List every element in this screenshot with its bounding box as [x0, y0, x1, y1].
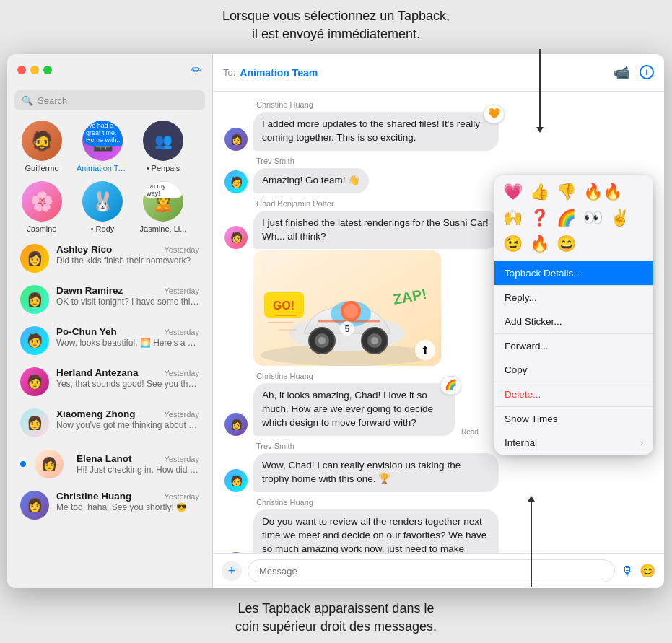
avatar-xiaomeng: 👩: [20, 408, 49, 437]
close-button[interactable]: [17, 66, 26, 74]
avatar-herland: 🧑: [20, 367, 49, 396]
conv-content-dawn: Dawn Ramirez Yesterday OK to visit tonig…: [56, 285, 199, 307]
conv-content-christine: Christine Huang Yesterday Me too, haha. …: [56, 491, 199, 512]
tapback-eyes[interactable]: 👀: [582, 207, 604, 229]
context-menu: 💗 👍 👎 🔥🔥 🙌 ❓ 🌈 👀 ✌️ 😉 🔥 😄 Tapback Detail…: [494, 175, 653, 455]
msg-row-5: 🧑 Wow, Chad! I can really envision us ta…: [224, 453, 653, 492]
conv-content-ashley: Ashley Rico Yesterday Did the kids finis…: [56, 244, 199, 266]
svg-point-5: [344, 304, 358, 318]
chat-recipient[interactable]: Animation Team: [240, 67, 318, 79]
search-bar[interactable]: 🔍 Search: [14, 90, 205, 110]
sidebar: ✏ 🔍 Search 🧔 Guillermo 🎬 We had a great …: [7, 54, 213, 588]
msg-row-6: 👩 Do you want to review all the renders …: [224, 509, 653, 553]
menu-item-tapback-details[interactable]: Tapback Details...: [494, 261, 653, 285]
msg-bubble-6: Do you want to review all the renders to…: [253, 509, 499, 553]
audio-button[interactable]: 🎙: [621, 564, 634, 579]
message-input[interactable]: [248, 559, 615, 582]
conv-item-xiaomeng[interactable]: 👩 Xiaomeng Zhong Yesterday Now you've go…: [12, 403, 208, 443]
conv-time-dawn: Yesterday: [164, 286, 199, 295]
info-button[interactable]: i: [640, 65, 654, 79]
message-input-area: + 🎙 😊: [213, 553, 664, 588]
pinned-contact-guillermo[interactable]: 🧔 Guillermo: [13, 121, 71, 172]
svg-text:GO!: GO!: [273, 299, 294, 312]
minimize-button[interactable]: [30, 66, 39, 74]
menu-item-forward[interactable]: Forward...: [494, 334, 653, 358]
svg-point-11: [371, 337, 378, 344]
conv-name-christine: Christine Huang: [56, 491, 131, 502]
pinned-contact-penpals[interactable]: 👥 • Penpals: [134, 121, 192, 172]
pinned-contact-jasmine[interactable]: 🌸 Jasmine: [13, 181, 71, 233]
conv-item-dawn[interactable]: 👩 Dawn Ramirez Yesterday OK to visit ton…: [12, 279, 208, 320]
pinned-contact-rody[interactable]: 🐰 • Rody: [74, 181, 131, 233]
menu-label-internal: Internal: [505, 437, 537, 448]
menu-label-reply: Reply...: [505, 292, 537, 303]
msg-sender-1: Christine Huang: [256, 100, 653, 109]
tapback-hands[interactable]: 🙌: [502, 207, 524, 229]
tapback-fire[interactable]: 🔥🔥: [582, 181, 624, 203]
avatar-jasmine-li: 🙎 On my way!: [143, 181, 183, 222]
arrow-bottom: [531, 500, 532, 587]
conv-preview-ashley: Did the kids finish their homework?: [56, 255, 199, 266]
avatar-christine: 👩: [20, 491, 49, 520]
conv-item-elena[interactable]: 👩 Elena Lanot Yesterday Hi! Just checkin…: [12, 444, 208, 484]
tapback-emoji-row: 💗 👍 👎 🔥🔥 🙌 ❓ 🌈 👀 ✌️ 😉 🔥 😄: [494, 175, 653, 261]
conv-item-ashley[interactable]: 👩 Ashley Rico Yesterday Did the kids fin…: [12, 238, 208, 279]
pinned-contact-jasmine-li[interactable]: 🙎 On my way! Jasmine, Li...: [134, 181, 192, 233]
tapback-flame[interactable]: 🔥: [528, 233, 551, 255]
search-label: Search: [38, 95, 67, 106]
menu-label-show-times: Show Times: [505, 414, 558, 424]
tapback-badge-4: 🌈: [440, 376, 461, 395]
menu-label-add-sticker: Add Sticker...: [505, 316, 562, 327]
menu-label-delete: Delete...: [505, 389, 541, 400]
conv-preview-elena: Hi! Just checking in. How did it go?: [77, 465, 199, 475]
avatar-ashley: 👩: [20, 244, 49, 273]
menu-label-copy: Copy: [505, 364, 528, 375]
tapback-thumbsup[interactable]: 👍: [528, 181, 551, 203]
avatar-penpals: 👥: [143, 121, 183, 161]
conv-time-pochun: Yesterday: [164, 328, 199, 336]
svg-point-8: [318, 337, 326, 344]
msg-bubble-5: Wow, Chad! I can really envision us taki…: [253, 453, 499, 492]
pinned-name-guillermo: Guillermo: [25, 164, 58, 172]
chat-to-label: To:: [223, 67, 235, 78]
app-window: ✏ 🔍 Search 🧔 Guillermo 🎬 We had a great …: [7, 54, 664, 588]
tapback-wink[interactable]: 😉: [502, 233, 524, 255]
tapback-rainbow[interactable]: 🌈: [555, 207, 577, 229]
conv-content-herland: Herland Antezana Yesterday Yes, that sou…: [56, 367, 199, 389]
conv-preview-herland: Yes, that sounds good! See you then.: [56, 379, 199, 389]
conv-item-christine[interactable]: 👩 Christine Huang Yesterday Me too, haha…: [12, 485, 208, 525]
conv-name-herland: Herland Antezana: [56, 367, 139, 378]
conv-preview-dawn: OK to visit tonight? I have some things …: [56, 297, 199, 307]
conv-time-elena: Yesterday: [164, 455, 199, 463]
menu-item-show-times[interactable]: Show Times: [494, 407, 653, 431]
menu-item-copy[interactable]: Copy: [494, 358, 653, 382]
tapback-thumbsdown[interactable]: 👎: [555, 181, 577, 203]
msg-avatar-christine: 👩: [224, 128, 248, 151]
conv-item-pochun[interactable]: 🧑 Po-Chun Yeh Yesterday Wow, looks beaut…: [12, 320, 208, 361]
msg-bubble-2: Amazing! Go team! 👋: [253, 168, 369, 193]
msg-sender-6: Christine Huang: [256, 498, 653, 507]
conv-preview-pochun: Wow, looks beautiful. 🌅 Here's a photo o…: [56, 338, 199, 348]
avatar-guillermo: 🧔: [22, 121, 62, 161]
tapback-smile[interactable]: 😄: [555, 233, 577, 255]
compose-button[interactable]: ✏: [191, 62, 202, 78]
maximize-button[interactable]: [43, 66, 52, 74]
menu-item-add-sticker[interactable]: Add Sticker...: [494, 310, 653, 333]
tapback-question[interactable]: ❓: [528, 207, 551, 229]
pinned-contact-animation-team[interactable]: 🎬 We had a great time. Home with... Anim…: [74, 121, 131, 172]
msg-group-1: Christine Huang 👩 I added more updates t…: [224, 100, 653, 151]
conv-item-herland[interactable]: 🧑 Herland Antezana Yesterday Yes, that s…: [12, 362, 208, 402]
video-call-button[interactable]: 📹: [614, 65, 629, 81]
menu-item-delete[interactable]: Delete...: [494, 382, 653, 406]
menu-item-internal[interactable]: Internal ›: [494, 431, 653, 455]
menu-item-reply[interactable]: Reply...: [494, 286, 653, 310]
unread-dot-elena: [20, 461, 26, 467]
search-icon: 🔍: [22, 95, 33, 106]
conversation-list: 👩 Ashley Rico Yesterday Did the kids fin…: [7, 237, 212, 588]
tapback-heart[interactable]: 💗: [502, 181, 524, 203]
emoji-button[interactable]: 😊: [640, 563, 655, 579]
conv-name-pochun: Po-Chun Yeh: [56, 326, 117, 337]
add-attachment-button[interactable]: +: [222, 561, 242, 581]
tapback-peace[interactable]: ✌️: [608, 207, 631, 229]
conv-content-pochun: Po-Chun Yeh Yesterday Wow, looks beautif…: [56, 326, 199, 348]
